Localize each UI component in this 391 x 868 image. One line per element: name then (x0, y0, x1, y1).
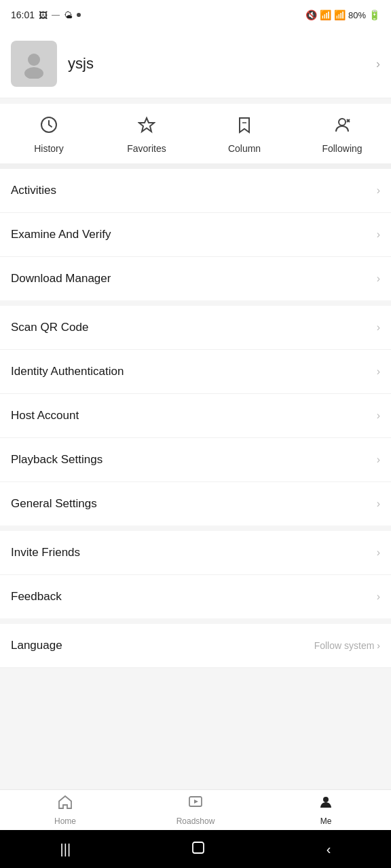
nav-label-following: Following (322, 143, 362, 154)
signal-icon: 📶 (334, 9, 346, 20)
status-indicators: 🔇 📶 📶 80% 🔋 (305, 9, 380, 20)
home-icon (57, 794, 73, 814)
battery-display: 80% (348, 10, 366, 20)
general-chevron-icon: › (377, 498, 380, 510)
menu-item-activities[interactable]: Activities › (0, 169, 391, 213)
battery-icon: 🔋 (369, 9, 380, 20)
download-label: Download Manager (11, 272, 111, 285)
dot-icon (77, 13, 81, 17)
tab-roadshow[interactable]: Roadshow (130, 790, 261, 830)
status-time: 16:01 🖼 — 🌤 (11, 9, 81, 20)
system-nav-bar: ||| ‹ (0, 830, 391, 868)
svg-point-0 (28, 54, 40, 66)
profile-header[interactable]: ysjs › (0, 30, 391, 98)
mute-icon: 🔇 (305, 9, 317, 20)
nav-item-history[interactable]: History (0, 104, 98, 163)
scan-qr-chevron-icon: › (377, 321, 380, 334)
general-label: General Settings (11, 497, 97, 511)
language-chevron-icon: › (377, 640, 380, 651)
invite-label: Invite Friends (11, 546, 80, 559)
time-display: 16:01 (11, 9, 35, 20)
menu-section-3: Invite Friends › Feedback › (0, 531, 391, 618)
status-bar: 16:01 🖼 — 🌤 🔇 📶 📶 80% 🔋 (0, 0, 391, 30)
tab-me[interactable]: Me (261, 790, 391, 830)
tab-roadshow-label: Roadshow (176, 816, 215, 826)
svg-marker-9 (194, 800, 198, 804)
activities-chevron-icon: › (377, 184, 380, 197)
language-value: Follow system (314, 640, 375, 651)
svg-marker-3 (139, 118, 154, 132)
photo-icon: 🖼 (39, 10, 48, 20)
scan-qr-label: Scan QR Code (11, 321, 88, 334)
tab-me-label: Me (320, 816, 332, 826)
menu-item-identity[interactable]: Identity Authentication › (0, 350, 391, 394)
playback-label: Playback Settings (11, 453, 103, 467)
menu-item-host[interactable]: Host Account › (0, 394, 391, 438)
tab-home-label: Home (54, 816, 76, 826)
recent-apps-button[interactable]: ||| (47, 836, 85, 863)
host-label: Host Account (11, 409, 79, 422)
nav-label-history: History (34, 143, 64, 154)
download-chevron-icon: › (377, 273, 380, 285)
me-icon (318, 794, 334, 814)
invite-chevron-icon: › (377, 547, 380, 559)
identity-chevron-icon: › (377, 366, 380, 378)
tab-home[interactable]: Home (0, 790, 130, 830)
menu-item-scan-qr[interactable]: Scan QR Code › (0, 306, 391, 350)
nav-label-favorites: Favorites (127, 143, 166, 154)
username-label: ysjs (68, 55, 365, 73)
star-icon (138, 116, 155, 138)
examine-label: Examine And Verify (11, 228, 111, 241)
bookmark-icon (236, 116, 253, 138)
host-chevron-icon: › (377, 410, 380, 422)
feedback-label: Feedback (11, 590, 62, 604)
svg-point-1 (24, 67, 43, 79)
menu-item-download[interactable]: Download Manager › (0, 257, 391, 300)
nav-label-column: Column (228, 143, 261, 154)
activities-label: Activities (11, 184, 56, 197)
tab-bar: Home Roadshow Me (0, 789, 391, 830)
nav-item-column[interactable]: Column (196, 104, 293, 163)
avatar-person-icon (19, 49, 49, 79)
nav-item-following[interactable]: Following (293, 104, 391, 163)
quick-nav: History Favorites Column F (0, 104, 391, 169)
language-label: Language (11, 639, 62, 652)
svg-point-5 (339, 119, 346, 125)
roadshow-icon (187, 794, 204, 814)
menu-item-general[interactable]: General Settings › (0, 482, 391, 526)
menu-item-language[interactable]: Language Follow system › (0, 624, 391, 668)
menu-item-examine[interactable]: Examine And Verify › (0, 213, 391, 257)
playback-chevron-icon: › (377, 454, 380, 466)
profile-chevron-icon: › (376, 57, 380, 71)
weather-icon: 🌤 (64, 10, 73, 20)
avatar (11, 41, 57, 87)
svg-point-10 (323, 797, 329, 802)
menu-item-invite[interactable]: Invite Friends › (0, 531, 391, 575)
language-value-container: Follow system › (314, 640, 380, 651)
wifi-icon: 📶 (320, 9, 331, 20)
menu-item-feedback[interactable]: Feedback › (0, 575, 391, 618)
back-button[interactable]: ‹ (313, 836, 345, 863)
menu-item-playback[interactable]: Playback Settings › (0, 438, 391, 482)
feedback-chevron-icon: › (377, 591, 380, 603)
examine-chevron-icon: › (377, 229, 380, 241)
menu-section-1: Activities › Examine And Verify › Downlo… (0, 169, 391, 300)
nav-item-favorites[interactable]: Favorites (98, 104, 196, 163)
home-button[interactable] (177, 835, 219, 864)
clock-icon (40, 116, 58, 138)
dash-icon: — (52, 10, 60, 20)
svg-rect-11 (193, 842, 204, 853)
following-person-icon (333, 116, 351, 138)
menu-section-2: Scan QR Code › Identity Authentication ›… (0, 306, 391, 526)
identity-label: Identity Authentication (11, 365, 124, 378)
